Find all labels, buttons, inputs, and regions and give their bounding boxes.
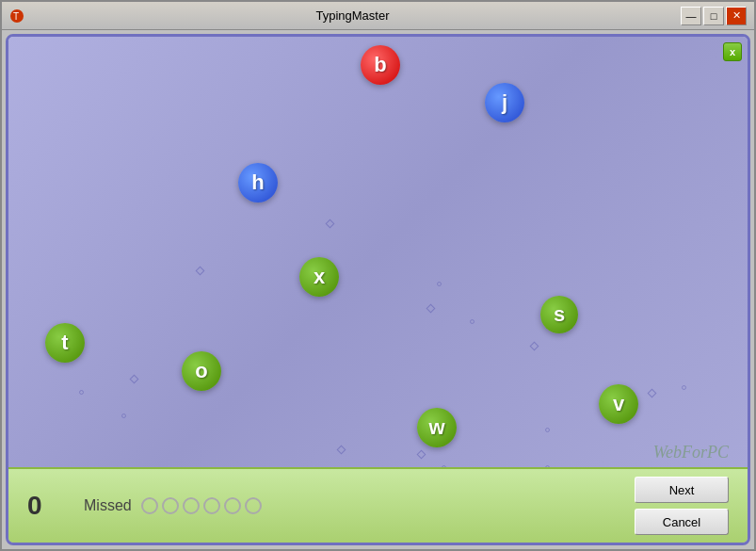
title-bar: T TypingMaster — □ ✕ <box>2 2 754 30</box>
dot-8 <box>417 450 426 460</box>
dot-5 <box>130 375 139 384</box>
dot-7 <box>337 446 346 455</box>
bubble-v[interactable]: v <box>599 384 638 424</box>
game-window: x bjhxstovwWebForPC 0 Missed Next Cancel <box>6 34 750 545</box>
game-close-button[interactable]: x <box>723 42 742 61</box>
bubble-s[interactable]: s <box>540 296 578 333</box>
dot-4 <box>530 342 539 351</box>
main-window: T TypingMaster — □ ✕ x bjhxstovwWebForPC… <box>0 0 756 551</box>
missed-circle-4 <box>224 497 241 514</box>
bottom-bar: 0 Missed Next Cancel <box>8 467 748 543</box>
watermark: WebForPC <box>653 443 729 462</box>
dot-6 <box>121 413 126 418</box>
cancel-button[interactable]: Cancel <box>635 509 729 535</box>
app-icon: T <box>9 8 24 24</box>
next-button[interactable]: Next <box>635 477 729 503</box>
bubble-t[interactable]: t <box>45 323 85 363</box>
score-display: 0 <box>27 491 65 521</box>
bubble-j[interactable]: j <box>485 83 524 122</box>
maximize-button[interactable]: □ <box>703 7 724 25</box>
action-buttons: Next Cancel <box>635 477 729 535</box>
dot-11 <box>682 385 686 390</box>
missed-circle-5 <box>245 497 262 514</box>
missed-circle-2 <box>183 497 200 514</box>
minimize-button[interactable]: — <box>681 7 701 25</box>
bubble-x[interactable]: x <box>299 257 339 297</box>
dot-2 <box>426 304 436 314</box>
window-title: TypingMaster <box>24 8 681 23</box>
close-window-button[interactable]: ✕ <box>726 7 747 25</box>
dot-10 <box>648 389 657 398</box>
dot-3 <box>470 319 475 324</box>
svg-text:T: T <box>13 11 19 22</box>
missed-circle-1 <box>162 497 179 514</box>
dot-15 <box>442 465 446 467</box>
bubble-w[interactable]: w <box>417 408 457 447</box>
dot-1 <box>196 267 205 276</box>
bubble-o[interactable]: o <box>182 351 221 391</box>
missed-section: Missed <box>84 497 616 514</box>
bubble-h[interactable]: h <box>238 163 278 203</box>
dot-0 <box>326 219 335 229</box>
dot-12 <box>79 390 84 395</box>
dot-14 <box>545 465 550 467</box>
missed-label: Missed <box>84 497 132 514</box>
dot-9 <box>545 428 550 432</box>
dot-13 <box>437 282 442 286</box>
missed-circles <box>141 497 262 514</box>
missed-circle-0 <box>141 497 158 514</box>
window-controls: — □ ✕ <box>681 7 747 25</box>
missed-circle-3 <box>203 497 220 514</box>
bubble-b[interactable]: b <box>361 45 400 85</box>
game-area[interactable]: x bjhxstovwWebForPC <box>8 37 748 467</box>
